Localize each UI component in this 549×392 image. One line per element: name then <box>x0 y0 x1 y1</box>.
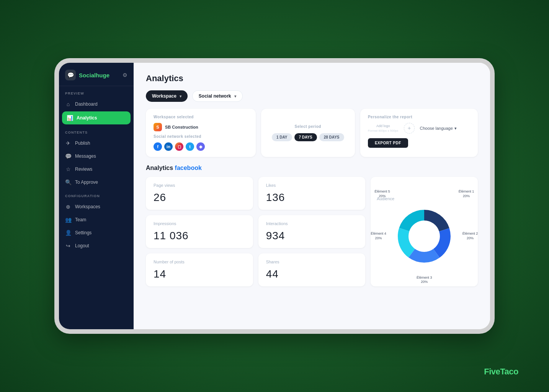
choose-language-label: Choose language <box>420 126 453 131</box>
donut-label-1: Élément 1 20% <box>459 189 474 198</box>
sidebar-item-to-approve[interactable]: 🔍 To Approve <box>59 176 134 189</box>
donut-label-4: Élément 4 20% <box>371 232 386 240</box>
brand-part1: Five <box>484 367 500 376</box>
messages-icon: 💬 <box>65 153 71 159</box>
sidebar-item-reviews[interactable]: ☆ Reviews <box>59 163 134 176</box>
sidebar-item-messages[interactable]: 💬 Messages <box>59 150 134 163</box>
metric-interactions: Interactions 934 <box>258 215 366 248</box>
metric-likes: Likes 136 <box>258 177 366 210</box>
facebook-icon: f <box>154 142 162 151</box>
linkedin-icon: in <box>164 142 173 151</box>
metric-likes-value: 136 <box>266 191 358 204</box>
add-logo-label: Add logo <box>376 124 390 128</box>
preview-section-label: PREVIEW <box>59 86 134 98</box>
audience-label: Audience <box>377 196 394 201</box>
export-pdf-button[interactable]: EXPORT PDF <box>368 138 408 148</box>
metric-page-views-label: Page views <box>154 183 245 188</box>
sidebar-item-logout[interactable]: ↪ Logout <box>59 239 134 252</box>
workspace-item: S SB Construction <box>154 123 248 131</box>
workspace-avatar: S <box>154 123 162 131</box>
metric-page-views-value: 26 <box>154 191 245 204</box>
fivetaco-brand: FiveTaco <box>484 367 518 377</box>
sidebar-item-workspaces[interactable]: ⊕ Workspaces <box>59 200 134 213</box>
device-frame: 💬 Socialhuge ⚙ PREVIEW ⌂ Dashboard 📊 Ana… <box>54 58 495 334</box>
other-icon: ◈ <box>196 142 205 151</box>
metric-shares-value: 44 <box>266 268 358 280</box>
sidebar-item-publish[interactable]: ✈ Publish <box>59 137 134 150</box>
language-chevron-icon: ▾ <box>454 126 457 131</box>
logout-label: Logout <box>75 243 89 248</box>
period-card: Select period 1 DAY 7 DAYS 28 DAYS <box>261 109 355 157</box>
donut-chart: Élément 1 20% Élément 2 20% Élément 3 <box>394 206 455 267</box>
device-inner: 💬 Socialhuge ⚙ PREVIEW ⌂ Dashboard 📊 Ana… <box>59 63 490 329</box>
sidebar-item-settings[interactable]: 👤 Settings <box>59 226 134 239</box>
workspace-name: SB Construction <box>165 125 198 129</box>
workspace-card-label: Workspace selected <box>154 115 248 119</box>
dashboard-label: Dashboard <box>75 101 98 107</box>
metric-likes-label: Likes <box>266 183 358 188</box>
app-logo: 💬 Socialhuge <box>65 70 109 80</box>
workspaces-label: Workspaces <box>75 204 100 209</box>
configuration-section-label: CONFIGURATION <box>59 189 134 200</box>
brand-part2: Taco <box>500 367 518 376</box>
social-network-chevron-icon: ▾ <box>234 94 236 98</box>
metric-interactions-label: Interactions <box>266 221 358 226</box>
analytics-network-title: Analytics facebook <box>146 165 478 172</box>
workspace-info-card: Workspace selected S SB Construction Soc… <box>146 109 256 157</box>
metric-number-of-posts-value: 14 <box>154 268 245 280</box>
main-content: Analytics Workspace ▾ Social network ▾ W… <box>134 63 490 329</box>
donut-label-2: Élément 2 20% <box>462 232 478 240</box>
workspaces-icon: ⊕ <box>65 204 71 210</box>
sidebar-item-team[interactable]: 👥 Team <box>59 213 134 226</box>
social-networks-label: Social network selected <box>154 134 248 139</box>
add-logo-area: Add logo Format 800px x 500px <box>368 124 399 132</box>
contents-section-label: CONTENTS <box>59 125 134 137</box>
metric-shares-label: Shares <box>266 260 358 264</box>
metric-audience: Audience <box>371 177 478 286</box>
settings-icon[interactable]: ⚙ <box>123 72 127 78</box>
filter-bar: Workspace ▾ Social network ▾ <box>146 90 478 102</box>
reviews-label: Reviews <box>75 167 92 172</box>
metric-page-views: Page views 26 <box>146 177 253 210</box>
team-icon: 👥 <box>65 217 71 223</box>
approve-icon: 🔍 <box>65 179 71 185</box>
home-icon: ⌂ <box>65 101 71 107</box>
to-approve-label: To Approve <box>75 180 98 185</box>
donut-label-3: Élément 3 20% <box>417 276 432 284</box>
metric-interactions-value: 934 <box>266 230 358 242</box>
sidebar: 💬 Socialhuge ⚙ PREVIEW ⌂ Dashboard 📊 Ana… <box>59 63 134 329</box>
metrics-grid: Page views 26 Likes 136 Audience <box>146 177 478 286</box>
settings-nav-icon: 👤 <box>65 230 71 236</box>
svg-point-5 <box>411 223 438 250</box>
social-network-filter[interactable]: Social network ▾ <box>192 90 243 102</box>
personalize-row: Add logo Format 800px x 500px ＋ Choose l… <box>368 123 470 134</box>
workspace-chevron-icon: ▾ <box>180 94 181 98</box>
publish-label: Publish <box>75 140 90 146</box>
reviews-icon: ☆ <box>65 166 71 172</box>
network-name: facebook <box>175 165 202 171</box>
period-28days-btn[interactable]: 28 DAYS <box>319 133 344 141</box>
language-select[interactable]: Choose language ▾ <box>420 126 457 131</box>
period-7days-btn[interactable]: 7 DAYS <box>294 133 317 141</box>
info-cards-row: Workspace selected S SB Construction Soc… <box>146 109 478 157</box>
analytics-label: Analytics <box>77 115 97 121</box>
settings-label: Settings <box>75 230 92 235</box>
instagram-icon: ◻ <box>175 142 183 151</box>
logo-icon: 💬 <box>65 70 76 80</box>
social-icons-row: f in ◻ t ◈ <box>154 142 248 151</box>
period-card-label: Select period <box>295 124 321 129</box>
sidebar-item-analytics[interactable]: 📊 Analytics <box>62 111 131 124</box>
sidebar-item-dashboard[interactable]: ⌂ Dashboard <box>59 98 134 111</box>
add-logo-format: Format 800px x 500px <box>368 129 399 132</box>
period-1day-btn[interactable]: 1 DAY <box>272 133 292 141</box>
analytics-icon: 📊 <box>67 115 73 121</box>
publish-icon: ✈ <box>65 140 71 146</box>
metric-impressions-value: 11 036 <box>154 230 245 242</box>
add-logo-button[interactable]: ＋ <box>404 123 415 134</box>
social-network-filter-label: Social network <box>199 93 231 99</box>
page-title: Analytics <box>146 74 478 83</box>
workspace-filter[interactable]: Workspace ▾ <box>146 90 188 102</box>
metric-impressions-label: Impressions <box>154 221 245 226</box>
metric-shares: Shares 44 <box>258 253 366 286</box>
logout-icon: ↪ <box>65 243 71 249</box>
